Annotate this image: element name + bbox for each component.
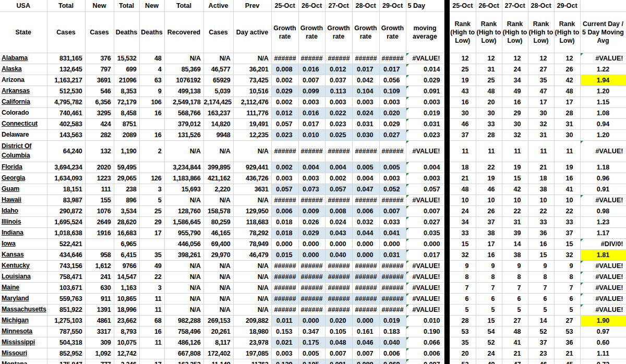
cell-rank-25oct[interactable]: 19: [450, 75, 476, 86]
cell-cases[interactable]: 522,421: [47, 239, 85, 250]
cell-rank-27oct[interactable]: 16: [502, 97, 528, 108]
cell-current-day-ratio[interactable]: 1.08: [580, 108, 626, 119]
cell-rank-25oct[interactable]: 32: [450, 250, 476, 261]
cell-growth-26oct[interactable]: 0.105: [298, 359, 325, 364]
cell-growth-27oct[interactable]: 0.024: [325, 217, 352, 228]
cell-cases[interactable]: 1,695,524: [47, 217, 85, 228]
cell-growth-26oct[interactable]: 0.029: [298, 228, 325, 239]
cell-active[interactable]: N/A: [203, 272, 233, 283]
cell-current-day-ratio[interactable]: 0.72: [580, 359, 626, 364]
cell-cases[interactable]: 559,763: [47, 294, 85, 305]
cell-rank-26oct[interactable]: 6: [476, 294, 502, 305]
cell-rank-26oct[interactable]: 12: [476, 53, 502, 64]
cell-moving-average[interactable]: 0.007: [406, 206, 444, 217]
cell-rank-29oct[interactable]: 28: [554, 108, 580, 119]
cell-recovered[interactable]: 131,526: [164, 130, 203, 141]
cell-rank-29oct[interactable]: 15: [554, 239, 580, 250]
cell-growth-28oct[interactable]: ######: [352, 305, 379, 316]
cell-state[interactable]: Arizona: [0, 75, 47, 86]
cell-rank-27oct[interactable]: 29: [502, 108, 528, 119]
cell-rank-27oct[interactable]: 21: [502, 348, 528, 359]
cell-growth-27oct[interactable]: 0.002: [325, 173, 352, 184]
cell-moving-average[interactable]: #VALUE!: [406, 272, 444, 283]
cell-rank-26oct[interactable]: 52: [476, 337, 502, 348]
cell-moving-average[interactable]: 0.066: [406, 337, 444, 348]
cell-growth-28oct[interactable]: 0.089: [352, 359, 379, 364]
header-bottom-right-3[interactable]: Rank (High to Low): [528, 12, 554, 53]
cell-active[interactable]: 11,149: [203, 359, 233, 364]
cell-rank-27oct[interactable]: 38: [502, 250, 528, 261]
cell-state[interactable]: Alaska: [0, 64, 47, 75]
cell-cases[interactable]: 1,018,638: [47, 228, 85, 239]
cell-growth-25oct[interactable]: 0.002: [271, 97, 298, 108]
cell-growth-28oct[interactable]: 0.042: [352, 75, 379, 86]
cell-active[interactable]: 29,970: [203, 250, 233, 261]
cell-new-cases[interactable]: 3317: [85, 326, 114, 337]
header-top-left-9[interactable]: 26-Oct: [298, 0, 325, 12]
cell-growth-25oct[interactable]: 0.006: [271, 206, 298, 217]
cell-state[interactable]: Kansas: [0, 250, 47, 261]
cell-new-deaths[interactable]: 29: [139, 217, 164, 228]
cell-cases[interactable]: 290,872: [47, 206, 85, 217]
cell-state[interactable]: Maine: [0, 283, 47, 294]
cell-rank-27oct[interactable]: 31: [502, 217, 528, 228]
cell-rank-26oct[interactable]: 48: [476, 86, 502, 97]
cell-current-day-ratio[interactable]: 1.11: [580, 348, 626, 359]
cell-prev-day-active[interactable]: 2,112,476: [233, 97, 271, 108]
cell-state[interactable]: Colorado: [0, 108, 47, 119]
cell-rank-29oct[interactable]: 10: [554, 195, 580, 206]
cell-recovered[interactable]: 667,808: [164, 348, 203, 359]
cell-growth-28oct[interactable]: 0.004: [352, 173, 379, 184]
cell-growth-28oct[interactable]: 0.044: [352, 228, 379, 239]
cell-growth-26oct[interactable]: 0.016: [298, 108, 325, 119]
cell-growth-25oct[interactable]: 0.029: [271, 86, 298, 97]
cell-active[interactable]: 172,402: [203, 348, 233, 359]
header-bottom-left-3[interactable]: Deaths: [114, 12, 139, 53]
cell-active[interactable]: 80,259: [203, 217, 233, 228]
cell-new-deaths[interactable]: 22: [139, 272, 164, 283]
cell-growth-29oct[interactable]: 0.020: [379, 108, 406, 119]
cell-recovered[interactable]: 1,586,645: [164, 217, 203, 228]
cell-state[interactable]: Connecticut: [0, 119, 47, 130]
cell-growth-28oct[interactable]: 0.000: [352, 316, 379, 326]
cell-state[interactable]: Arkansas: [0, 86, 47, 97]
cell-prev-day-active[interactable]: 78,292: [233, 228, 271, 239]
cell-rank-27oct[interactable]: 34: [502, 75, 528, 86]
cell-new-cases[interactable]: 2020: [85, 162, 114, 173]
cell-growth-25oct[interactable]: ######: [271, 141, 298, 162]
cell-growth-25oct[interactable]: 0.018: [271, 217, 298, 228]
header-bottom-left-0[interactable]: State: [0, 12, 47, 53]
cell-state[interactable]: Kentucky: [0, 261, 47, 272]
cell-growth-26oct[interactable]: 0.003: [298, 173, 325, 184]
cell-recovered[interactable]: 568,766: [164, 108, 203, 119]
cell-moving-average[interactable]: #VALUE!: [406, 53, 444, 64]
cell-rank-28oct[interactable]: 10: [528, 195, 554, 206]
cell-state[interactable]: Alabama: [0, 53, 47, 64]
header-top-left-4[interactable]: New: [139, 0, 164, 12]
header-bottom-left-4[interactable]: Deaths: [139, 12, 164, 53]
header-bottom-left-2[interactable]: Cases: [85, 12, 114, 53]
cell-new-cases[interactable]: 1,092: [85, 348, 114, 359]
cell-rank-29oct[interactable]: 33: [554, 217, 580, 228]
cell-moving-average[interactable]: 0.031: [406, 119, 444, 130]
cell-rank-27oct[interactable]: 22: [502, 206, 528, 217]
cell-prev-day-active[interactable]: 129,950: [233, 206, 271, 217]
cell-deaths[interactable]: 8751: [114, 119, 139, 130]
cell-new-deaths[interactable]: 16: [139, 130, 164, 141]
cell-growth-25oct[interactable]: 0.011: [271, 316, 298, 326]
cell-new-cases[interactable]: 132: [85, 141, 114, 162]
header-top-left-11[interactable]: 28-Oct: [352, 0, 379, 12]
cell-active[interactable]: 269,153: [203, 316, 233, 326]
cell-growth-27oct[interactable]: 0.020: [325, 316, 352, 326]
cell-new-cases[interactable]: 1391: [85, 305, 114, 316]
cell-recovered[interactable]: 1,183,866: [164, 173, 203, 184]
cell-deaths[interactable]: 699: [114, 64, 139, 75]
cell-cases[interactable]: 504,318: [47, 337, 85, 348]
cell-growth-28oct[interactable]: 0.032: [352, 217, 379, 228]
cell-state[interactable]: Illinois: [0, 217, 47, 228]
cell-deaths[interactable]: 21096: [114, 75, 139, 86]
cell-cases[interactable]: 143,563: [47, 130, 85, 141]
header-bottom-left-10[interactable]: Growth rate: [325, 12, 352, 53]
cell-rank-28oct[interactable]: 27: [528, 64, 554, 75]
cell-growth-26oct[interactable]: 0.347: [298, 326, 325, 337]
